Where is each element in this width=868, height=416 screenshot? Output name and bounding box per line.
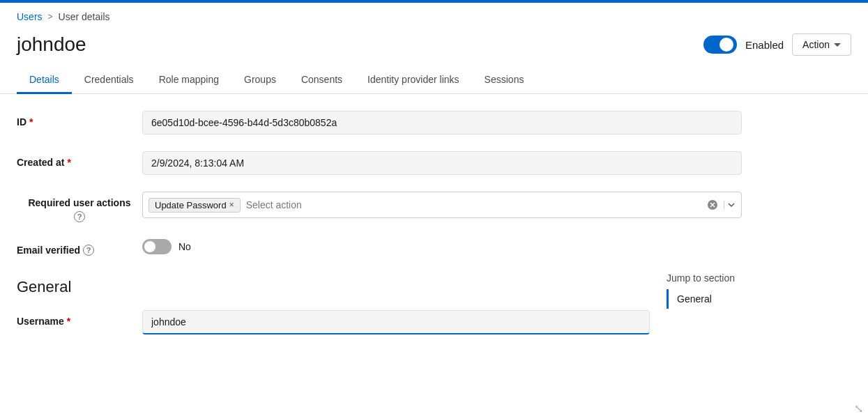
id-field-row: ID * 6e05d10d-bcee-4596-b44d-5d3c80b0852… bbox=[17, 111, 820, 134]
email-verified-help-icon[interactable]: ? bbox=[83, 245, 94, 256]
general-section-layout: General Username * Jump to section Gener… bbox=[17, 272, 820, 351]
form-section: General Username * bbox=[17, 272, 650, 351]
chevron-down-icon bbox=[727, 201, 736, 209]
tab-credentials[interactable]: Credentials bbox=[72, 67, 146, 94]
required-user-actions-field: Update Password × Select action bbox=[142, 192, 742, 218]
page-title: johndoe bbox=[17, 33, 86, 56]
tab-role-mapping[interactable]: Role mapping bbox=[146, 67, 231, 94]
username-required-star: * bbox=[67, 316, 70, 327]
action-button[interactable]: Action bbox=[792, 33, 851, 56]
id-field-value: 6e05d10d-bcee-4596-b44d-5d3c80b0852a bbox=[142, 111, 742, 134]
required-user-actions-row: Required user actions ? Update Password … bbox=[17, 192, 820, 222]
required-user-actions-help-icon[interactable]: ? bbox=[74, 211, 85, 222]
tab-identity-provider-links[interactable]: Identity provider links bbox=[355, 67, 472, 94]
id-field-container: 6e05d10d-bcee-4596-b44d-5d3c80b0852a bbox=[142, 111, 742, 134]
id-field-label: ID * bbox=[17, 111, 142, 128]
enabled-toggle[interactable] bbox=[703, 36, 737, 54]
enabled-toggle-slider bbox=[703, 36, 737, 54]
required-user-actions-select[interactable]: Update Password × Select action bbox=[142, 192, 742, 218]
tab-details[interactable]: Details bbox=[17, 67, 72, 94]
page-header: johndoe Enabled Action bbox=[0, 28, 868, 67]
chevron-down-icon bbox=[834, 43, 841, 47]
email-verified-label: Email verified bbox=[17, 245, 80, 256]
main-content: ID * 6e05d10d-bcee-4596-b44d-5d3c80b0852… bbox=[0, 94, 837, 368]
tab-sessions[interactable]: Sessions bbox=[472, 67, 537, 94]
select-clear-button[interactable] bbox=[707, 199, 718, 210]
general-section-title: General bbox=[17, 278, 650, 296]
username-field-row: Username * bbox=[17, 310, 650, 334]
jump-to-list: General bbox=[667, 289, 820, 309]
clear-icon bbox=[707, 199, 718, 210]
required-user-actions-label: Required user actions bbox=[28, 197, 130, 208]
tab-consents[interactable]: Consents bbox=[289, 67, 355, 94]
breadcrumb-parent-link[interactable]: Users bbox=[17, 11, 43, 22]
jump-to-general[interactable]: General bbox=[667, 289, 820, 309]
created-at-field-row: Created at * 2/9/2024, 8:13:04 AM bbox=[17, 151, 820, 175]
tab-groups[interactable]: Groups bbox=[231, 67, 289, 94]
email-verified-label-area: Email verified ? bbox=[17, 239, 142, 256]
username-label-area: Username * bbox=[17, 310, 142, 327]
breadcrumb: Users > User details bbox=[0, 3, 868, 28]
select-placeholder: Select action bbox=[246, 199, 701, 210]
email-verified-toggle-row: No bbox=[142, 239, 742, 254]
email-verified-state-label: No bbox=[178, 241, 191, 252]
username-input[interactable] bbox=[142, 310, 650, 334]
header-right: Enabled Action bbox=[703, 33, 851, 56]
tabs-bar: Details Credentials Role mapping Groups … bbox=[0, 67, 868, 94]
select-arrow-button[interactable] bbox=[724, 201, 736, 209]
required-user-actions-label-area: Required user actions ? bbox=[17, 192, 142, 222]
created-at-required-star: * bbox=[67, 157, 70, 168]
breadcrumb-separator: > bbox=[48, 12, 53, 22]
id-required-star: * bbox=[29, 116, 33, 128]
tag-label: Update Password bbox=[155, 200, 227, 210]
action-button-label: Action bbox=[802, 39, 830, 50]
update-password-tag: Update Password × bbox=[149, 198, 241, 213]
email-verified-field: No bbox=[142, 239, 742, 254]
jump-to-section: Jump to section General bbox=[667, 272, 820, 351]
created-at-value: 2/9/2024, 8:13:04 AM bbox=[142, 151, 742, 175]
created-at-label: Created at * bbox=[17, 151, 142, 168]
created-at-field-container: 2/9/2024, 8:13:04 AM bbox=[142, 151, 742, 175]
username-label: Username bbox=[17, 316, 64, 327]
tag-remove-button[interactable]: × bbox=[229, 200, 234, 210]
breadcrumb-current: User details bbox=[59, 11, 110, 22]
email-verified-slider bbox=[142, 239, 172, 254]
email-verified-row: Email verified ? No bbox=[17, 239, 820, 256]
jump-to-title: Jump to section bbox=[667, 272, 820, 284]
email-verified-toggle[interactable] bbox=[142, 239, 172, 254]
enabled-label: Enabled bbox=[745, 39, 784, 51]
username-field-container bbox=[142, 310, 650, 334]
